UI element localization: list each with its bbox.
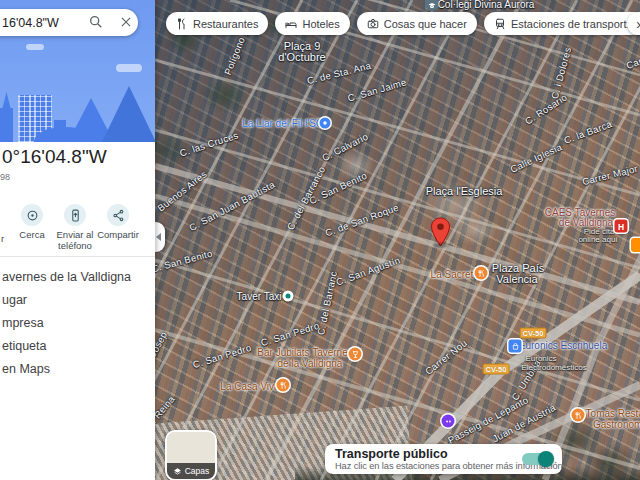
pin-shadow xyxy=(433,243,448,248)
poi-blue-icon[interactable] xyxy=(320,118,331,129)
category-restaurantes[interactable]: Restaurantes xyxy=(166,12,268,35)
map-canvas[interactable] xyxy=(155,0,640,480)
place-link[interactable]: etiqueta xyxy=(2,339,46,353)
action-label: Compartir xyxy=(88,230,148,241)
send-to-phone-icon xyxy=(64,204,86,226)
bar-poi-icon[interactable] xyxy=(349,348,362,361)
search-input[interactable]: 16'04.8"W xyxy=(2,16,59,30)
place-panel: 0°16'04.8"W 98 r CercaEnviar al teléfono… xyxy=(0,0,155,480)
hospital-icon[interactable]: H xyxy=(615,220,628,233)
poi-orange-icon[interactable] xyxy=(631,238,640,252)
place-coordinates: 98 xyxy=(0,172,10,182)
shopping-poi-icon[interactable] xyxy=(509,340,522,353)
category-cosas-que-hacer[interactable]: Cosas que hacer xyxy=(357,12,477,35)
restaurant-poi-icon[interactable] xyxy=(475,267,488,280)
search-box[interactable]: 16'04.8"W xyxy=(0,9,138,36)
transit-icon xyxy=(494,18,506,30)
divider xyxy=(0,256,155,257)
destination-pin[interactable] xyxy=(430,217,451,251)
taxi-stand-icon[interactable] xyxy=(283,291,294,302)
share-icon xyxy=(107,204,129,226)
nearby-icon xyxy=(21,204,43,226)
cloud-illustration xyxy=(26,44,44,50)
toggle-knob xyxy=(538,451,554,467)
restaurant-poi-icon[interactable] xyxy=(572,409,585,422)
vegetation-blobs xyxy=(155,0,640,480)
place-title: 0°16'04.8"W xyxy=(2,146,107,168)
search-icon[interactable] xyxy=(88,14,104,34)
restaurant-icon xyxy=(176,18,188,30)
action-compartir[interactable]: Compartir xyxy=(88,204,148,241)
layers-label: Capas xyxy=(185,466,210,476)
mountain-illustration xyxy=(102,86,155,142)
category-estaciones-de-transport-[interactable]: Estaciones de transport... xyxy=(484,12,640,35)
place-link[interactable]: ugar xyxy=(2,293,27,307)
restaurant-poi-icon[interactable] xyxy=(277,379,290,392)
category-label: Restaurantes xyxy=(193,18,258,30)
close-icon[interactable] xyxy=(119,15,133,33)
cloud-illustration xyxy=(116,64,142,72)
place-link[interactable]: avernes de la Valldigna xyxy=(2,270,131,284)
transit-toast: Transporte público Haz clic en las estac… xyxy=(325,444,562,474)
category-label: Estaciones de transport... xyxy=(511,18,636,30)
road-shield: CV-50 xyxy=(483,364,510,375)
category-label: Cosas que hacer xyxy=(384,18,467,30)
layers-icon xyxy=(173,467,182,476)
road-shield: CV-50 xyxy=(520,328,547,339)
building-illustration xyxy=(0,108,13,142)
hotel-icon xyxy=(285,18,297,30)
layers-control[interactable]: Capas xyxy=(165,430,217,480)
google-maps-window: Polígono 2C. de Sta. AnaC. San JaimeC. l… xyxy=(0,0,640,480)
chevron-left-icon xyxy=(156,233,161,241)
place-link[interactable]: en Maps xyxy=(2,362,50,376)
place-link[interactable]: mpresa xyxy=(2,316,44,330)
category-hoteles[interactable]: Hoteles xyxy=(275,12,349,35)
category-label: Hoteles xyxy=(302,18,339,30)
transit-toggle[interactable] xyxy=(522,453,552,465)
transit-poi-icon[interactable] xyxy=(442,415,455,428)
chevron-right-icon: › xyxy=(636,17,640,31)
toast-title: Transporte público xyxy=(335,447,448,461)
camera-icon xyxy=(367,18,379,30)
category-bar: RestaurantesHotelesCosas que hacerEstaci… xyxy=(166,12,640,35)
